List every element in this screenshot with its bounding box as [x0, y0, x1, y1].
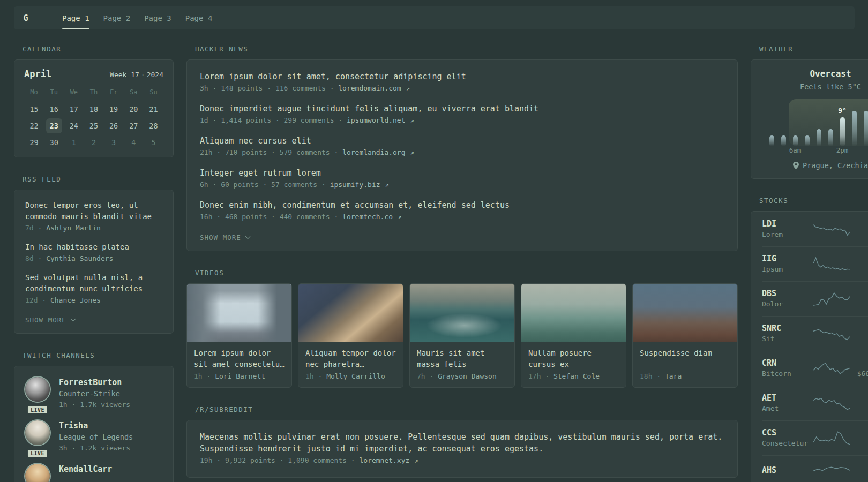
video-card[interactable]: Nullam posuere cursus ex17h · Stefan Col…: [521, 283, 626, 388]
rss-item-headline: In hac habitasse platea: [25, 242, 162, 253]
video-card-body: Suspendisse diam18h · Tara: [633, 342, 737, 387]
calendar-day-label: 19: [106, 102, 122, 117]
stock-row[interactable]: AHS+0.46%: [762, 455, 868, 482]
calendar-day-label: 3: [106, 135, 122, 150]
rss-item-author: Cynthia Saunders: [46, 254, 113, 262]
weather-bar: [769, 135, 774, 146]
stock-price: $156.28: [850, 299, 868, 309]
twitch-channel[interactable]: KendallCarr: [25, 464, 162, 482]
video-channel: Grayson Dawson: [438, 372, 497, 380]
stock-row[interactable]: CRNBitcorn-1.00%$66,171.48: [762, 351, 868, 386]
subreddit-post-domain[interactable]: loremnet.xyz: [359, 456, 409, 464]
subreddit-post[interactable]: Maecenas mollis pulvinar erat non posuer…: [200, 431, 724, 466]
stock-row[interactable]: IIGIpsum+2.84%$42.04: [762, 246, 868, 281]
video-card[interactable]: Lorem ipsum dolor sit amet consectetu…1h…: [186, 283, 292, 388]
stock-row[interactable]: DBSDolor+1.42%$156.28: [762, 281, 868, 316]
calendar-day-label: 29: [26, 135, 42, 150]
nav-tabs: Page 1Page 2Page 3Page 4: [62, 6, 212, 29]
calendar-day: 5: [144, 134, 163, 150]
calendar-day: 19: [104, 101, 124, 117]
hackernews-item[interactable]: Lorem ipsum dolor sit amet, consectetur …: [200, 71, 724, 94]
nav-tab-page-4[interactable]: Page 4: [185, 6, 213, 29]
calendar-day-label: 1: [66, 135, 82, 150]
video-channel: Molly Carrillo: [326, 372, 385, 380]
subreddit-section: /R/SUBREDDIT Maecenas mollis pulvinar er…: [186, 405, 738, 478]
calendar-day-label: 2: [86, 135, 102, 150]
weather-bar: [817, 129, 821, 146]
stock-values: +1.42%$156.28: [850, 288, 868, 309]
avatar: [25, 464, 50, 482]
rss-widget: Donec tempor eros leo, ut commodo mauris…: [14, 190, 174, 334]
stock-id: DBSDolor: [762, 288, 813, 309]
stock-symbol: IIG: [762, 253, 813, 264]
stock-row[interactable]: SNRCSit+1.36%$148.64: [762, 316, 868, 351]
calendar-day-label: 17: [66, 102, 82, 117]
weather-hourly-chart: 9° 6am2pm10pm: [769, 99, 868, 154]
stock-symbol: CCS: [762, 427, 813, 438]
hackernews-item-domain[interactable]: loremlandia.org: [342, 148, 405, 156]
external-link-icon: ↗: [393, 213, 401, 221]
stock-row[interactable]: CCSConsectetur+0.51%$165.84: [762, 420, 868, 455]
chevron-down-icon: [245, 234, 250, 239]
hackernews-item[interactable]: Aliquam nec cursus elit21h · 710 points …: [200, 135, 724, 159]
hackernews-item[interactable]: Donec enim nibh, condimentum et accumsan…: [200, 199, 724, 223]
hackernews-item-domain[interactable]: ipsumify.biz: [330, 180, 380, 189]
video-card-body: Lorem ipsum dolor sit amet consectetu…1h…: [187, 342, 291, 387]
videos-section-title: VIDEOS: [195, 269, 738, 277]
stock-values: +0.92%$499.72: [850, 393, 868, 413]
calendar-day-label: 20: [125, 102, 141, 117]
weather-condition: Overcast: [762, 69, 868, 79]
calendar-day-label: 27: [125, 118, 141, 133]
weather-bar: [793, 135, 798, 146]
video-card[interactable]: Mauris sit amet massa felis7h · Grayson …: [409, 283, 515, 388]
hackernews-item-stats: 16h · 468 points · 440 comments ·: [200, 213, 342, 221]
video-time: 1h ·: [305, 372, 326, 380]
weekday-label: Su: [144, 88, 163, 96]
calendar-day-label: 23: [46, 118, 62, 133]
stock-values: +0.46%: [850, 465, 868, 476]
hackernews-item[interactable]: Donec imperdiet augue tincidunt felis al…: [200, 103, 724, 126]
rss-item-meta: 7d · Ashlyn Martin: [25, 222, 162, 234]
nav-tab-page-1[interactable]: Page 1: [62, 6, 89, 29]
rss-item[interactable]: In hac habitasse platea8d · Cynthia Saun…: [25, 242, 162, 264]
video-card[interactable]: Suspendisse diam18h · Tara: [632, 283, 738, 388]
twitch-channel-meta: 3h · 1.2k viewers: [59, 443, 133, 454]
rss-item[interactable]: Sed volutpat nulla nisl, a condimentum n…: [25, 272, 162, 306]
video-thumbnail-fog-field: [633, 284, 737, 342]
weather-bar: [781, 135, 786, 146]
nav-tab-page-2[interactable]: Page 2: [103, 6, 131, 29]
weather-location: Prague, Czechia: [762, 161, 868, 170]
subreddit-widget: Maecenas mollis pulvinar erat non posuer…: [186, 420, 738, 478]
hackernews-item[interactable]: Integer eget rutrum lorem6h · 60 points …: [200, 167, 724, 191]
hackernews-section-title: HACKER NEWS: [195, 45, 738, 53]
hackernews-show-more-button[interactable]: SHOW MORE: [200, 234, 250, 242]
avatar: [25, 420, 50, 445]
sparkline-chart: [813, 360, 850, 376]
stock-symbol: CRN: [762, 358, 813, 368]
nav-tab-page-3[interactable]: Page 3: [144, 6, 171, 29]
calendar-day-label: 4: [125, 135, 141, 150]
hackernews-item-domain[interactable]: loremdomain.com: [338, 84, 401, 92]
twitch-channel[interactable]: LIVEForrestBurtonCounter-Strike1h · 1.7k…: [25, 377, 162, 410]
video-meta: 7h · Grayson Dawson: [417, 372, 507, 380]
chevron-down-icon: [70, 317, 76, 322]
rss-show-more-button[interactable]: SHOW MORE: [25, 316, 75, 324]
hackernews-item-domain[interactable]: ipsumworld.net: [347, 116, 406, 124]
rss-item[interactable]: Donec tempor eros leo, ut commodo mauris…: [25, 200, 162, 234]
twitch-channel[interactable]: LIVETrishaLeague of Legends3h · 1.2k vie…: [25, 420, 162, 454]
calendar-day-label: 16: [46, 102, 62, 117]
stock-price: $165.84: [850, 438, 868, 448]
calendar-day: 30: [44, 134, 64, 150]
stock-row[interactable]: AETAmet+0.92%$499.72: [762, 386, 868, 420]
weekday-label: We: [64, 88, 84, 96]
hackernews-item-domain[interactable]: loremtech.co: [342, 213, 393, 221]
hackernews-item-headline: Lorem ipsum dolor sit amet, consectetur …: [200, 71, 724, 82]
stock-row[interactable]: LDILorem+4.35%$795.18: [762, 212, 868, 246]
stock-symbol: DBS: [762, 288, 813, 299]
stock-values: +4.35%$795.18: [850, 219, 868, 239]
weather-time-label: 6am: [789, 146, 802, 154]
video-card[interactable]: Aliquam tempor dolor nec pharetra…1h · M…: [298, 283, 403, 388]
app-logo[interactable]: G: [14, 6, 38, 29]
weather-bar: [828, 129, 833, 146]
stock-id: CCSConsectetur: [762, 427, 813, 448]
